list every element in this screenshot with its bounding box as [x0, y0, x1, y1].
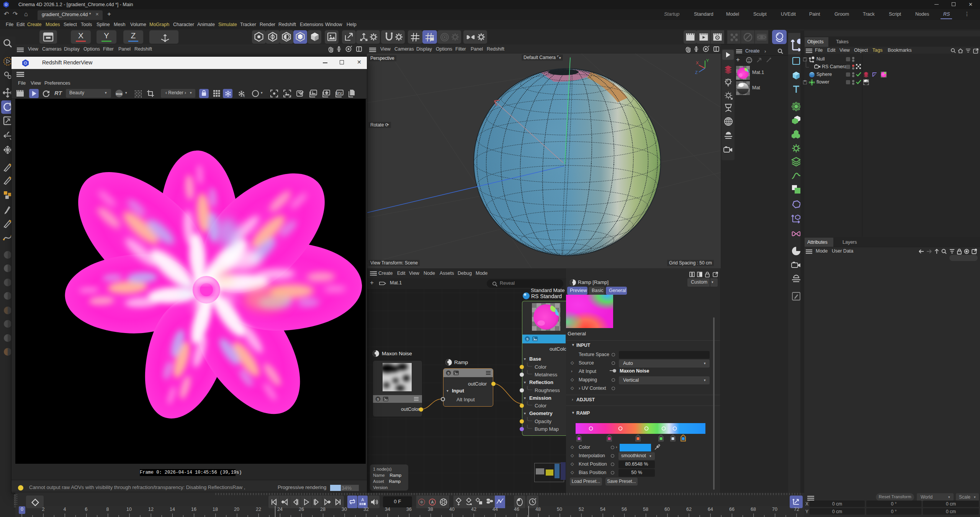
svg-text:RGB: RGB — [116, 92, 123, 96]
svg-text:S: S — [447, 371, 450, 375]
svg-text:PV: PV — [337, 91, 342, 95]
svg-text:Z: Z — [695, 70, 698, 75]
svg-text:X: X — [696, 61, 699, 65]
svg-text:S: S — [526, 337, 528, 341]
svg-text:A: A — [431, 500, 434, 504]
svg-text:G: G — [243, 94, 245, 97]
svg-text:A: A — [361, 497, 364, 502]
svg-text:Y: Y — [706, 58, 709, 63]
svg-text:S: S — [377, 397, 379, 401]
